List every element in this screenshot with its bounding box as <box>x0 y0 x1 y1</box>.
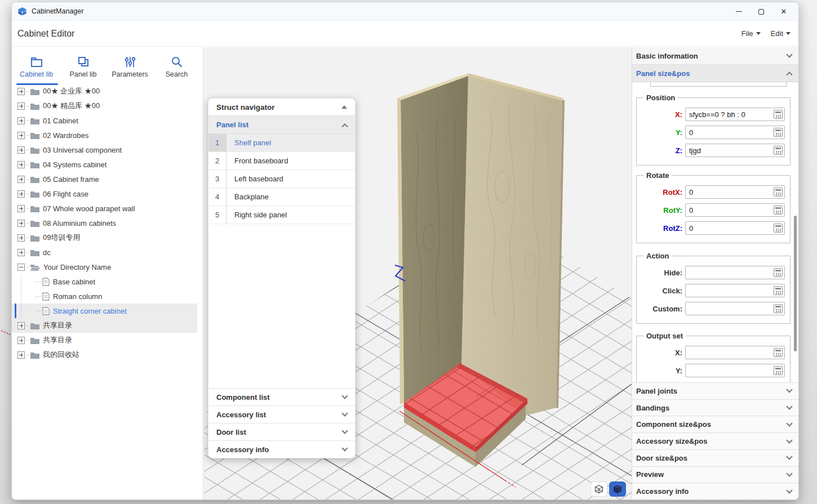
action-custom-input[interactable] <box>685 302 785 315</box>
struct-navigator-header[interactable]: Struct navigator <box>208 99 355 116</box>
rotate-z-input[interactable]: 0 <box>685 221 785 235</box>
tree-item[interactable]: Base cabinet <box>12 274 203 289</box>
accessory-list-header[interactable]: Accessory list <box>208 405 355 423</box>
position-y-input[interactable]: 0 <box>685 126 785 139</box>
tree-item-selected[interactable]: Straight corner cabinet <box>12 304 197 318</box>
expand-plus-icon[interactable] <box>17 351 25 359</box>
action-fieldset: Action Hide: Click: Custom: <box>636 252 791 324</box>
maximize-button[interactable] <box>750 2 772 21</box>
folder-icon <box>30 56 43 68</box>
expand-plus-icon[interactable] <box>17 220 25 227</box>
expand-plus-icon[interactable] <box>17 132 25 139</box>
calculator-icon[interactable] <box>774 348 783 357</box>
panel-list-row[interactable]: 3 Left baseboard <box>208 170 355 188</box>
expand-plus-icon[interactable] <box>17 190 25 198</box>
position-z-input[interactable]: tjgd <box>685 144 785 157</box>
tree-item[interactable]: 04 Systems cabinet <box>12 157 203 172</box>
expand-plus-icon[interactable] <box>17 322 25 329</box>
document-icon <box>42 307 50 315</box>
close-button[interactable]: ✕ <box>772 2 795 21</box>
calculator-icon[interactable] <box>774 206 783 215</box>
minimize-button[interactable] <box>727 2 750 21</box>
tree-item[interactable]: 01 Cabinet <box>12 113 203 128</box>
edit-menu[interactable]: Edit <box>771 29 791 38</box>
section-basic-information[interactable]: Basic information <box>632 47 798 65</box>
panel-list-header[interactable]: Panel list <box>208 116 355 134</box>
section-accessory-sizepos[interactable]: Accessory size&pos <box>632 432 798 449</box>
expand-plus-icon[interactable] <box>17 176 25 183</box>
section-component-sizepos[interactable]: Component size&pos <box>632 416 798 432</box>
section-panel-joints[interactable]: Panel joints <box>632 382 798 399</box>
solid-view-button[interactable] <box>609 481 626 497</box>
panel-list-row[interactable]: 2 Front baseboard <box>208 152 355 170</box>
panel-list-row[interactable]: 5 Right side panel <box>208 206 355 224</box>
tree-item[interactable]: 09培训专用 <box>12 230 203 245</box>
panel-list-row-selected[interactable]: 1 Shelf panel <box>208 134 355 152</box>
output-y-input[interactable] <box>685 364 785 377</box>
tree-item[interactable]: 06 Flight case <box>12 186 203 201</box>
tree-item[interactable]: dc <box>12 245 203 260</box>
section-bandings[interactable]: Bandings <box>632 399 798 416</box>
expand-plus-icon[interactable] <box>17 88 25 95</box>
custom-label: Custom: <box>637 305 685 313</box>
section-door-sizepos[interactable]: Door size&pos <box>632 449 798 466</box>
tree-item[interactable]: 我的回收站 <box>12 347 203 362</box>
calculator-icon[interactable] <box>774 268 783 277</box>
expand-plus-icon[interactable] <box>17 249 25 256</box>
wireframe-view-button[interactable] <box>590 481 607 497</box>
collapse-minus-icon[interactable] <box>17 264 25 271</box>
tree-item[interactable]: 共享目录 <box>12 333 203 347</box>
section-preview[interactable]: Preview <box>632 466 798 483</box>
solid-cube-icon <box>612 484 623 494</box>
rotate-y-input[interactable]: 0 <box>685 203 785 217</box>
action-hide-input[interactable] <box>685 266 785 279</box>
sliders-icon <box>123 56 137 68</box>
tab-cabinet-lib[interactable]: Cabinet lib <box>13 50 60 84</box>
output-x-label: X: <box>637 349 685 357</box>
rotate-x-input[interactable]: 0 <box>685 185 785 199</box>
minimize-icon <box>736 11 742 12</box>
accessory-info-header[interactable]: Accessory info <box>208 440 355 458</box>
tree-item[interactable]: 00★ 精品库 ★00 <box>12 99 203 113</box>
expand-plus-icon[interactable] <box>17 161 25 168</box>
tab-panel-lib[interactable]: Panel lib <box>60 50 106 84</box>
tree-item[interactable]: 07 Whole wood parapet wall <box>12 201 203 216</box>
calculator-icon[interactable] <box>774 110 783 119</box>
door-list-header[interactable]: Door list <box>208 423 355 440</box>
tab-parameters[interactable]: Parameters <box>106 50 153 84</box>
file-menu[interactable]: File <box>741 29 761 38</box>
panel-list-row[interactable]: 4 Backplane <box>208 188 355 206</box>
section-accessory-info[interactable]: Accessory info <box>632 483 798 499</box>
scrollbar-thumb[interactable] <box>794 216 797 351</box>
tab-search[interactable]: Search <box>153 50 200 84</box>
tree-item[interactable]: Roman column <box>12 289 203 304</box>
calculator-icon[interactable] <box>774 146 783 155</box>
calculator-icon[interactable] <box>774 286 783 295</box>
collapse-triangle-icon[interactable] <box>341 105 347 109</box>
calculator-icon[interactable] <box>774 224 783 233</box>
output-x-input[interactable] <box>685 346 785 359</box>
folder-icon <box>30 337 39 344</box>
tree-item[interactable]: 共享目录 <box>12 318 197 333</box>
tree-item[interactable]: 08 Aluminium cabinets <box>12 216 203 230</box>
tree-item[interactable]: 00★ 企业库 ★00 <box>12 84 203 99</box>
section-panel-sizepos[interactable]: Panel size&pos <box>632 65 798 82</box>
expand-plus-icon[interactable] <box>17 205 25 212</box>
expand-plus-icon[interactable] <box>17 146 25 154</box>
component-list-header[interactable]: Component list <box>208 388 355 405</box>
expand-plus-icon[interactable] <box>17 234 25 242</box>
calculator-icon[interactable] <box>774 304 783 313</box>
tree-item[interactable]: 02 Wardrobes <box>12 128 203 142</box>
expand-plus-icon[interactable] <box>17 102 25 110</box>
calculator-icon[interactable] <box>774 128 783 137</box>
tree-item-expanded[interactable]: Your Directory Name <box>12 260 203 274</box>
tree-item[interactable]: 05 Cabinet frame <box>12 172 203 186</box>
action-click-input[interactable] <box>685 284 785 297</box>
expand-plus-icon[interactable] <box>17 117 25 124</box>
expand-plus-icon[interactable] <box>17 337 25 344</box>
chevron-down-icon <box>786 387 792 393</box>
calculator-icon[interactable] <box>774 366 783 375</box>
position-x-input[interactable]: sfycb==0 ? bh : 0 <box>685 108 785 121</box>
calculator-icon[interactable] <box>774 188 783 197</box>
tree-item[interactable]: 03 Universal component <box>12 142 203 157</box>
